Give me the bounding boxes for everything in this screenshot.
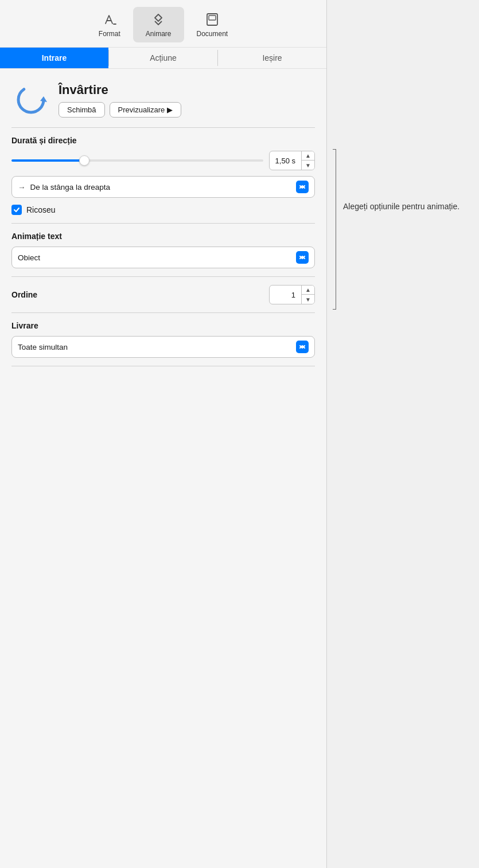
svg-marker-5 — [40, 96, 47, 102]
order-stepper: 1 ▲ ▼ — [269, 285, 315, 304]
text-animation-section: Animație text Obiect — [11, 232, 315, 268]
direction-dropdown[interactable]: → De la stânga la dreapta — [11, 176, 315, 198]
toolbar-item-document[interactable]: Document — [184, 7, 241, 42]
duration-stepper-buttons: ▲ ▼ — [301, 151, 314, 170]
panel-container: Format Animare — [0, 0, 479, 868]
divider-3 — [11, 276, 315, 277]
duration-stepper: 1,50 s ▲ ▼ — [269, 151, 315, 170]
divider-4 — [11, 312, 315, 313]
animare-label: Animare — [146, 30, 172, 38]
delivery-dropdown[interactable]: Toate simultan — [11, 336, 315, 358]
segment-iesire[interactable]: Ieșire — [218, 48, 326, 68]
text-animation-value: Obiect — [18, 253, 296, 262]
order-stepper-buttons: ▲ ▼ — [301, 286, 314, 304]
spin-animation-icon — [11, 80, 50, 119]
order-label: Ordine — [11, 290, 37, 299]
side-panel: Format Animare — [0, 0, 327, 868]
segment-control: Intrare Acțiune Ieșire — [0, 48, 326, 69]
document-icon — [204, 11, 220, 28]
delivery-arrow-icon — [296, 341, 309, 353]
animation-title: Învârtire — [59, 83, 181, 97]
segment-intrare[interactable]: Intrare — [0, 48, 108, 68]
duration-section: Durată și direcție 1,50 s ▲ ▼ → De — [11, 136, 315, 215]
format-icon — [102, 11, 118, 28]
toolbar-item-format[interactable]: Format — [86, 7, 133, 42]
order-row: Ordine 1 ▲ ▼ — [11, 285, 315, 304]
duration-decrement[interactable]: ▼ — [302, 161, 314, 170]
slider-row: 1,50 s ▲ ▼ — [11, 151, 315, 170]
divider-5 — [11, 366, 315, 366]
animation-info: Învârtire Schimbă Previzualizare ▶ — [59, 83, 181, 118]
preview-button[interactable]: Previzualizare ▶ — [110, 102, 181, 118]
content-area: Învârtire Schimbă Previzualizare ▶ Durat… — [0, 69, 326, 868]
toolbar: Format Animare — [0, 0, 326, 48]
svg-rect-3 — [209, 15, 216, 20]
direction-value: De la stânga la dreapta — [30, 183, 297, 191]
animation-header: Învârtire Schimbă Previzualizare ▶ — [11, 80, 315, 119]
text-animation-arrow-icon — [296, 251, 309, 264]
order-decrement[interactable]: ▼ — [302, 295, 314, 304]
direction-arrow-icon — [296, 181, 309, 193]
delivery-section: Livrare Toate simultan — [11, 321, 315, 358]
order-value: 1 — [270, 288, 301, 302]
segment-actiune[interactable]: Acțiune — [109, 48, 217, 68]
duration-increment[interactable]: ▲ — [302, 151, 314, 161]
side-annotation: Alegeți opțiunile pentru animație. — [327, 0, 479, 310]
duration-value: 1,50 s — [270, 154, 301, 167]
text-animation-dropdown[interactable]: Obiect — [11, 247, 315, 268]
animation-buttons: Schimbă Previzualizare ▶ — [59, 102, 181, 118]
annotation-text: Alegeți opțiunile pentru animație. — [343, 201, 459, 213]
change-button[interactable]: Schimbă — [59, 102, 105, 118]
duration-slider[interactable] — [11, 159, 263, 162]
format-label: Format — [99, 30, 120, 38]
svg-point-4 — [18, 87, 44, 112]
direction-prefix: → — [18, 183, 26, 191]
toolbar-item-animare[interactable]: Animare — [133, 7, 184, 42]
delivery-label: Livrare — [11, 321, 315, 330]
duration-section-label: Durată și direcție — [11, 136, 315, 145]
bounce-checkbox[interactable] — [11, 205, 22, 215]
order-section: Ordine 1 ▲ ▼ — [11, 285, 315, 304]
document-label: Document — [197, 30, 228, 38]
delivery-value: Toate simultan — [18, 343, 296, 351]
divider-2 — [11, 223, 315, 224]
divider-1 — [11, 127, 315, 128]
text-animation-label: Animație text — [11, 232, 315, 241]
annotation-bracket — [333, 149, 336, 310]
animare-icon — [150, 11, 166, 28]
order-increment[interactable]: ▲ — [302, 286, 314, 295]
bounce-row: Ricoseu — [11, 205, 315, 215]
bounce-label: Ricoseu — [26, 205, 56, 214]
